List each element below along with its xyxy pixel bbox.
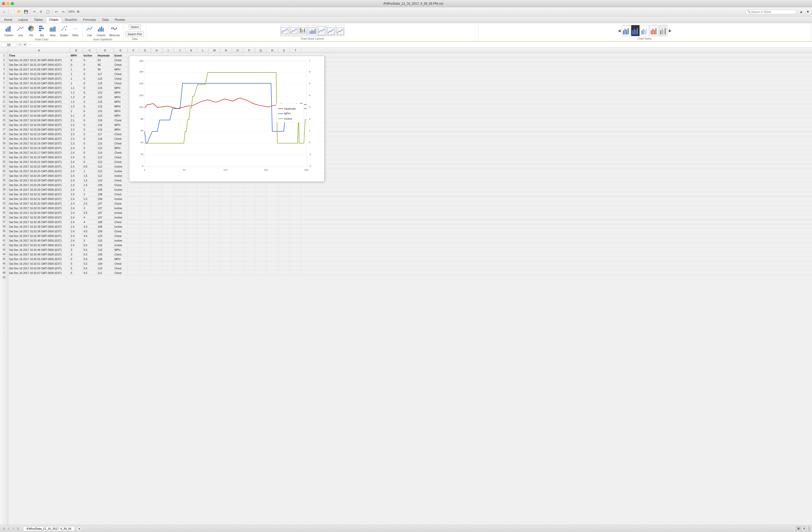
table-cell[interactable]: 108 [97,197,114,201]
table-row[interactable]: Sat Dec 16 2017 16:32:38 GMT-0500 (EST)2… [8,224,812,229]
table-cell[interactable]: 5.5 [83,266,97,270]
table-cell[interactable]: Chest [114,76,128,81]
style-4[interactable] [650,25,658,36]
table-cell-empty[interactable] [209,234,220,238]
table-cell-empty[interactable] [174,210,186,215]
table-cell-empty[interactable] [278,183,290,187]
table-cell[interactable]: Sat Dec 16 2017 16:32:10 GMT-0500 (EST) [8,132,70,136]
table-cell-empty[interactable] [151,197,162,201]
table-cell-empty[interactable] [267,229,278,233]
table-cell[interactable]: Sat Dec 16 2017 16:32:36 GMT-0500 (EST) [8,215,70,220]
table-cell[interactable]: Incline [114,243,128,247]
table-cell[interactable]: 2.4 [70,197,83,201]
table-cell-empty[interactable] [278,210,290,215]
table-cell-empty[interactable] [128,197,139,201]
col-header-e[interactable]: E [114,48,128,53]
table-cell[interactable]: Incline [114,197,128,201]
table-cell-empty[interactable] [244,229,255,233]
bar-chart-button[interactable]: Bar [37,24,47,38]
table-cell[interactable]: Sat Dec 16 2017 16:32:29 GMT-0500 (EST) [8,187,70,192]
table-cell-empty[interactable] [232,197,244,201]
table-cell-empty[interactable] [267,183,278,187]
page-view-button[interactable]: ⊟ [802,526,806,531]
table-cell[interactable]: Sat Dec 16 2017 16:32:07 GMT-0500 (EST) [8,109,70,113]
table-cell[interactable]: 2.4 [70,220,83,224]
table-cell[interactable]: 5.5 [83,252,97,256]
table-cell-empty[interactable] [162,261,174,266]
table-cell[interactable]: Sat Dec 16 2017 16:32:06 GMT-0500 (EST) [8,95,70,99]
table-cell-empty[interactable] [244,197,255,201]
table-cell[interactable]: MPH [114,257,128,261]
table-cell[interactable]: 0 [70,58,83,62]
table-cell-empty[interactable] [278,261,290,266]
table-cell-empty[interactable] [139,243,151,247]
layout-4[interactable] [308,25,317,36]
area-chart-button[interactable]: Area [48,24,58,38]
formula-x-btn[interactable]: ✕ [23,43,27,46]
table-cell-empty[interactable] [186,201,197,206]
table-cell[interactable]: Sat Dec 16 2017 16:32:33 GMT-0500 (EST) [8,206,70,210]
table-cell-empty[interactable] [174,257,186,261]
table-cell-empty[interactable] [209,183,220,187]
table-cell-empty[interactable] [197,257,209,261]
table-cell-empty[interactable] [209,257,220,261]
table-cell-empty[interactable] [151,243,162,247]
table-cell[interactable]: 107 [97,215,114,220]
table-cell[interactable]: MPH [114,90,128,94]
cut-icon[interactable]: ✂ [31,9,38,15]
table-cell[interactable]: Incline [114,169,128,173]
line-sparkline-button[interactable]: Line [85,24,95,38]
style-2[interactable] [631,25,640,36]
table-cell[interactable]: 109 [97,187,114,192]
table-cell[interactable]: 0 [83,155,97,159]
table-cell-empty[interactable] [290,252,301,256]
table-cell[interactable]: Chest [114,72,128,76]
table-cell-empty[interactable] [244,206,255,210]
table-cell-empty[interactable] [232,215,244,220]
table-cell-empty[interactable] [139,192,151,196]
table-cell-empty[interactable] [151,210,162,215]
table-cell[interactable]: MPH [114,122,128,127]
table-cell-empty[interactable] [278,234,290,238]
table-cell-empty[interactable] [278,243,290,247]
table-cell-empty[interactable] [162,183,174,187]
table-cell-empty[interactable] [139,183,151,187]
table-cell-empty[interactable] [278,266,290,270]
table-cell-empty[interactable] [278,229,290,233]
table-cell-empty[interactable] [186,224,197,229]
table-cell-empty[interactable] [278,215,290,220]
table-row[interactable]: Sat Dec 16 2017 16:32:46 GMT-0500 (EST)3… [8,248,812,252]
table-cell-empty[interactable] [139,224,151,229]
tab-review[interactable]: Review [112,17,128,23]
table-cell[interactable]: MPH [114,86,128,90]
table-cell-empty[interactable] [290,234,301,238]
minimize-button[interactable] [6,2,10,5]
table-cell-empty[interactable] [220,183,232,187]
table-cell-empty[interactable] [139,210,151,215]
table-cell-empty[interactable] [267,187,278,192]
table-cell[interactable]: 0 [83,62,97,67]
table-cell-empty[interactable] [139,252,151,256]
table-cell[interactable]: 2.4 [70,201,83,206]
table-cell-empty[interactable] [186,243,197,247]
table-cell[interactable]: 116 [97,118,114,122]
table-cell[interactable]: 115 [97,141,114,146]
table-cell-empty[interactable] [162,224,174,229]
col-header-o[interactable]: O [232,48,244,53]
header-cell-time[interactable]: Time [8,53,70,58]
table-cell-empty[interactable] [174,183,186,187]
table-cell-empty[interactable] [209,210,220,215]
table-row[interactable]: Sat Dec 16 2017 16:32:06 GMT-0500 (EST)1… [8,100,812,104]
table-cell-empty[interactable] [267,243,278,247]
table-cell[interactable]: 115 [97,113,114,118]
table-cell-empty[interactable] [255,197,267,201]
table-cell-empty[interactable] [174,215,186,220]
table-cell-empty[interactable] [244,266,255,270]
open-icon[interactable]: 📂 [16,9,23,15]
table-cell-empty[interactable] [255,257,267,261]
table-cell-empty[interactable] [209,192,220,196]
table-cell-empty[interactable] [244,183,255,187]
table-cell[interactable]: 108 [97,192,114,196]
table-cell-empty[interactable] [174,220,186,224]
paste-icon[interactable]: 📋 [45,9,51,15]
